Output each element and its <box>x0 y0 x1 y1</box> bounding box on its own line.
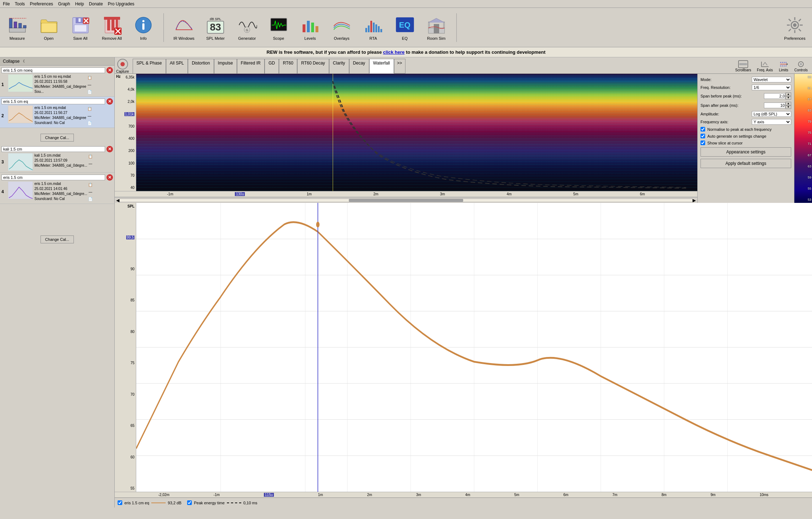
measurement-2-action-2[interactable]: — <box>86 113 93 119</box>
appearance-settings-button[interactable]: Appearance settings <box>701 147 791 157</box>
normalise-checkbox[interactable] <box>701 127 705 132</box>
info-button[interactable]: Info <box>129 10 158 46</box>
tab-distortion[interactable]: Distortion <box>188 59 214 73</box>
tab-rt60-decay[interactable]: RT60 Decay <box>297 59 329 73</box>
span-before-down[interactable]: ▼ <box>785 96 791 100</box>
tab-filtered-ir[interactable]: Filtered IR <box>237 59 265 73</box>
scope-button[interactable]: Scope <box>264 10 293 46</box>
measurement-2-delete-button[interactable]: ✕ <box>106 98 113 105</box>
menu-tools[interactable]: Tools <box>15 1 25 6</box>
measurement-4-action-2[interactable]: — <box>87 189 94 195</box>
menu-file[interactable]: File <box>3 1 10 6</box>
tab-impulse[interactable]: Impulse <box>214 59 237 73</box>
amplitude-row: Amplitude: Log (dB SPL) Linear <box>701 111 791 117</box>
waterfall-y-1010: 1,01k <box>124 112 134 116</box>
tab-gd[interactable]: GD <box>265 59 279 73</box>
change-cal-button-2[interactable]: Change Cal... <box>41 235 74 243</box>
tab-more[interactable]: >> <box>394 59 405 73</box>
menu-preferences[interactable]: Preferences <box>30 1 53 6</box>
measurement-3-name-input[interactable] <box>1 146 105 152</box>
measurement-1-action-3[interactable]: 📄 <box>86 89 93 95</box>
tab-rt60[interactable]: RT60 <box>279 59 297 73</box>
open-button[interactable]: Open <box>34 10 63 46</box>
menu-donate[interactable]: Donate <box>89 1 103 6</box>
save-all-button[interactable]: Save All <box>66 10 95 46</box>
levels-button[interactable]: Levels <box>296 10 324 46</box>
apply-default-settings-button[interactable]: Apply default settings <box>701 159 791 168</box>
measurement-3-action-2[interactable]: — <box>87 160 94 167</box>
capture-button[interactable]: Capture <box>116 59 129 73</box>
preferences-button[interactable]: Preferences <box>780 10 809 46</box>
tab-spl-phase[interactable]: SPL & Phase <box>133 59 166 73</box>
eq-button[interactable]: EQ EQ <box>390 10 419 46</box>
limits-button[interactable]: Limits <box>779 60 789 72</box>
svg-line-53 <box>799 29 801 31</box>
spl-y-85: 85 <box>130 298 134 302</box>
svg-rect-45 <box>434 24 439 33</box>
measurement-1-action-2[interactable]: — <box>86 81 93 88</box>
scrollbar-track[interactable] <box>119 199 693 202</box>
measure-button[interactable]: Measure <box>3 10 32 46</box>
legend-2-checkbox[interactable] <box>187 500 192 505</box>
measurement-2-name-input[interactable] <box>1 99 105 104</box>
freq-axis-select[interactable]: Y axis X axis <box>752 119 791 125</box>
scroll-right-button[interactable]: ▶ <box>693 198 696 203</box>
legend-1-checkbox[interactable] <box>118 500 122 505</box>
measurement-1-action-1[interactable]: 📋 <box>86 74 93 81</box>
waterfall-plot[interactable] <box>136 74 697 191</box>
rta-label: RTA <box>370 36 377 41</box>
tab-waterfall[interactable]: Waterfall <box>369 59 394 73</box>
span-before-up[interactable]: ▲ <box>785 92 791 96</box>
eq-label: EQ <box>402 36 408 41</box>
menu-help[interactable]: Help <box>75 1 84 6</box>
scrollbars-button[interactable]: Scrollbars <box>735 60 751 72</box>
waterfall-x-cursor: 130u <box>235 192 245 196</box>
span-before-input[interactable] <box>764 93 785 99</box>
span-after-up[interactable]: ▲ <box>785 102 791 105</box>
spl-meter-button[interactable]: dB SPL 83 SPL Meter <box>201 10 230 46</box>
collapse-button[interactable]: Collapse 《 <box>0 57 114 66</box>
measurement-3-action-1[interactable]: 📋 <box>87 153 94 159</box>
change-cal-button-1[interactable]: Change Cal... <box>41 134 74 142</box>
waterfall-scrollbar[interactable]: ◀ ▶ <box>115 197 697 203</box>
span-after-input[interactable] <box>764 103 785 108</box>
auto-generate-checkbox[interactable] <box>701 134 705 138</box>
scrollbar-thumb[interactable] <box>349 199 463 202</box>
freq-res-row: Freq. Resolution: 1/6 1/3 1/12 1/24 <box>701 85 791 90</box>
room-sim-button[interactable]: Room Sim <box>422 10 451 46</box>
measurement-2-action-1[interactable]: 📋 <box>86 105 93 112</box>
measurement-4-action-1[interactable]: 📋 <box>87 181 94 188</box>
rta-button[interactable]: RTA <box>359 10 388 46</box>
show-slice-checkbox[interactable] <box>701 141 705 145</box>
donation-link[interactable]: click here <box>383 49 405 55</box>
freq-res-select[interactable]: 1/6 1/3 1/12 1/24 <box>752 85 791 90</box>
measurement-1-delete-button[interactable]: ✕ <box>106 67 113 73</box>
menu-pro-upgrades[interactable]: Pro Upgrades <box>108 1 134 6</box>
measurement-3-delete-button[interactable]: ✕ <box>106 146 113 152</box>
svg-rect-3 <box>19 23 22 28</box>
mode-select[interactable]: Wavelet FFT STFT <box>752 77 791 82</box>
measurement-4-delete-button[interactable]: ✕ <box>106 174 113 181</box>
amplitude-select[interactable]: Log (dB SPL) Linear <box>752 111 791 117</box>
overlays-button[interactable]: Overlays <box>327 10 356 46</box>
freq-axis-button[interactable]: Freq. Axis <box>757 60 773 72</box>
span-after-down[interactable]: ▼ <box>785 105 791 109</box>
menu-graph[interactable]: Graph <box>58 1 70 6</box>
info-label: Info <box>140 36 147 41</box>
remove-all-button[interactable]: Remove All <box>98 10 126 46</box>
tab-decay[interactable]: Decay <box>349 59 369 73</box>
svg-rect-4 <box>23 25 26 28</box>
svg-point-83 <box>316 222 319 227</box>
span-before-label: Span before peak (ms): <box>701 94 742 98</box>
tab-clarity[interactable]: Clarity <box>329 59 349 73</box>
scroll-left-button[interactable]: ◀ <box>116 198 119 203</box>
controls-button[interactable]: Controls <box>794 60 808 72</box>
measurement-4-action-3[interactable]: 📄 <box>87 196 94 202</box>
generator-button[interactable]: G Generator <box>233 10 261 46</box>
spl-plot[interactable] <box>136 203 812 492</box>
measurement-2-action-3[interactable]: 📄 <box>86 120 93 126</box>
ir-windows-button[interactable]: IR Windows <box>170 10 198 46</box>
tab-all-spl[interactable]: All SPL <box>166 59 188 73</box>
measurement-1-name-input[interactable] <box>1 67 105 73</box>
measurement-4-name-input[interactable] <box>1 175 105 180</box>
